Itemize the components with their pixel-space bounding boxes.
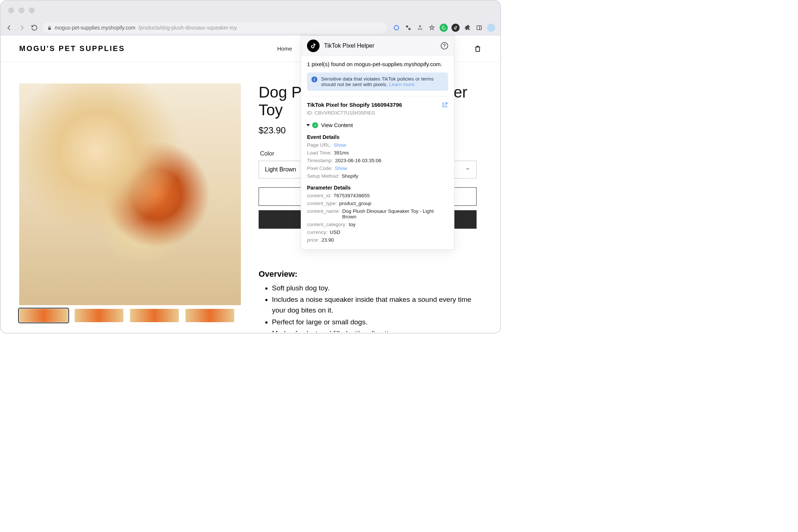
pixels-found-text: 1 pixel(s) found on mogus-pet-supplies.m… — [307, 61, 448, 67]
tiktok-pixel-helper-icon[interactable] — [451, 24, 460, 32]
content-category-value: toy — [349, 222, 355, 227]
forward-button[interactable] — [18, 24, 25, 31]
close-window-button[interactable] — [8, 7, 14, 13]
extension-icons — [392, 24, 495, 32]
overview-item: Perfect for large or small dogs. — [272, 317, 482, 327]
product-gallery — [19, 83, 241, 332]
bookmark-star-icon[interactable] — [428, 24, 436, 32]
content-type-value: product_group — [339, 201, 371, 206]
learn-more-link[interactable]: Learn more — [389, 82, 415, 87]
product-main-image[interactable] — [19, 83, 241, 305]
timestamp-value: 2023-06-16 03:35:06 — [335, 158, 381, 163]
extensions-puzzle-icon[interactable] — [463, 24, 471, 32]
pixel-name: TikTok Pixel for Shopify 1660943796 — [307, 102, 448, 108]
reload-button[interactable] — [31, 24, 38, 31]
content-id-value: 7675397439655 — [334, 193, 370, 198]
parameter-details-heading: Parameter Details — [307, 185, 448, 191]
share-icon[interactable] — [416, 24, 424, 32]
thumbnail-3[interactable] — [130, 309, 179, 322]
event-name: View Content — [321, 122, 353, 128]
setup-method-value: Shopify — [342, 173, 358, 179]
browser-toolbar: mogus-pet-supplies.myshopify.com/product… — [1, 20, 500, 35]
help-icon[interactable]: ? — [441, 42, 448, 50]
check-icon: ✓ — [312, 122, 318, 128]
currency-value: USD — [330, 229, 341, 235]
overview-item: Includes a noise squeaker inside that ma… — [272, 294, 482, 316]
pixel-section: TikTok Pixel for Shopify 1660943796 ID: … — [307, 96, 448, 243]
svg-rect-1 — [477, 25, 481, 30]
overview-list: Soft plush dog toy. Includes a noise squ… — [259, 283, 482, 332]
overview-item: Soft plush dog toy. — [272, 283, 482, 293]
google-icon[interactable] — [392, 24, 400, 32]
product-thumbnails — [19, 309, 241, 322]
color-selected-value: Light Brown — [265, 166, 296, 173]
nav-home[interactable]: Home — [277, 45, 292, 52]
pixel-helper-panel: TikTok Pixel Helper ? 1 pixel(s) found o… — [301, 35, 454, 250]
panel-header: TikTok Pixel Helper ? — [301, 36, 454, 56]
profile-avatar[interactable] — [487, 24, 495, 32]
url-path: /products/dog-plush-dinosaur-squeaker-to… — [138, 25, 237, 31]
window-controls — [8, 7, 35, 13]
caret-down-icon — [306, 124, 310, 126]
load-time-value: 391ms — [334, 150, 349, 156]
address-bar[interactable]: mogus-pet-supplies.myshopify.com/product… — [43, 22, 387, 33]
minimize-window-button[interactable] — [18, 7, 24, 13]
price-value: 23.90 — [321, 237, 334, 243]
grammarly-icon[interactable] — [440, 24, 448, 32]
lock-icon — [47, 25, 52, 30]
url-host: mogus-pet-supplies.myshopify.com — [55, 25, 135, 31]
thumbnail-1[interactable] — [19, 309, 68, 322]
pixel-code-show[interactable]: Show — [335, 166, 347, 171]
page-url-show[interactable]: Show — [334, 142, 346, 148]
event-details-heading: Event Details — [307, 134, 448, 140]
chevron-down-icon — [465, 166, 470, 173]
overview-item: Made of velvet and filled with soft cott… — [272, 328, 482, 332]
info-banner: i Sensitive data that violates TikTok po… — [307, 72, 448, 91]
event-toggle[interactable]: ✓ View Content — [307, 122, 448, 128]
banner-text: Sensitive data that violates TikTok poli… — [321, 76, 434, 87]
cart-icon[interactable] — [474, 45, 482, 53]
thumbnail-4[interactable] — [185, 309, 234, 322]
content-name-value: Dog Plush Dinosaur Squeaker Toy - Light … — [342, 208, 448, 219]
info-icon: i — [311, 76, 317, 82]
site-brand[interactable]: MOGU'S PET SUPPLIES — [19, 44, 125, 53]
panel-body: 1 pixel(s) found on mogus-pet-supplies.m… — [301, 56, 454, 249]
panel-title: TikTok Pixel Helper — [324, 42, 436, 49]
window-titlebar — [1, 1, 500, 20]
browser-window: mogus-pet-supplies.myshopify.com/product… — [0, 0, 501, 334]
svg-point-0 — [394, 25, 399, 30]
product-overview: Overview: Soft plush dog toy. Includes a… — [259, 269, 482, 332]
pixel-id: ID: CBVVRD3C77U15H35PIEG — [307, 110, 448, 116]
maximize-window-button[interactable] — [29, 7, 35, 13]
back-button[interactable] — [6, 24, 13, 31]
tiktok-logo-icon — [307, 40, 320, 52]
thumbnail-2[interactable] — [75, 309, 123, 322]
panel-toggle-icon[interactable] — [475, 24, 483, 32]
open-external-icon[interactable] — [441, 102, 448, 108]
translate-icon[interactable] — [404, 24, 412, 32]
overview-heading: Overview: — [259, 269, 482, 279]
